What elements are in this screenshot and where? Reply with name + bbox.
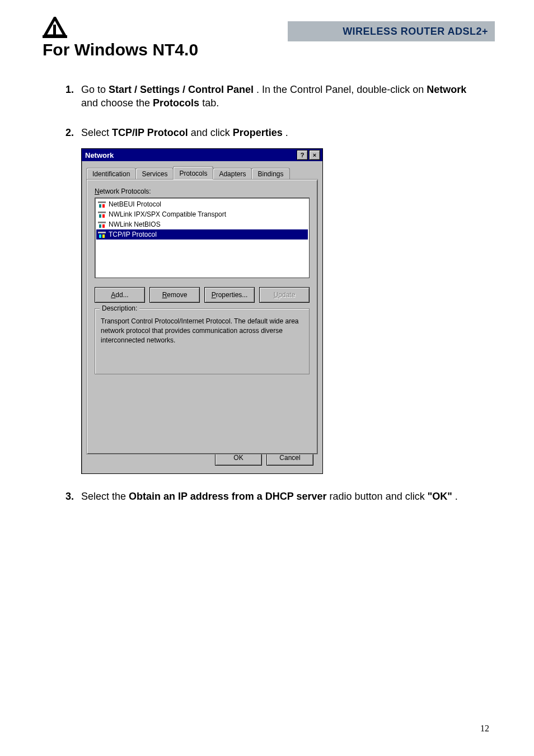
button-row: Add... Remove Properties... Update [95, 287, 310, 303]
header-band: WIRELESS ROUTER ADSL2+ [288, 21, 495, 41]
update-button[interactable]: Update [259, 287, 310, 303]
step-3-bold-2: "OK" [428, 491, 452, 502]
protocol-icon [97, 230, 106, 239]
description-text: Transport Control Protocol/Internet Prot… [101, 317, 303, 345]
svg-rect-2 [53, 25, 56, 36]
dialog-titlebar[interactable]: Network ? × [82, 149, 322, 161]
svg-rect-7 [99, 214, 101, 218]
help-button[interactable]: ? [297, 150, 308, 160]
tab-identification[interactable]: Identification [86, 168, 136, 179]
step-2-bold-2: Properties [233, 127, 283, 138]
svg-rect-12 [98, 232, 106, 233]
step-3-number: 3. [65, 490, 74, 503]
step-3: 3. Select the Obtain an IP address from … [81, 490, 472, 503]
step-3-text-3: . [455, 491, 458, 502]
step-1-text-4: tab. [202, 97, 219, 109]
properties-button[interactable]: Properties... [204, 287, 255, 303]
svg-rect-8 [102, 214, 105, 218]
tab-adapters[interactable]: Adapters [213, 168, 252, 179]
list-item-selected[interactable]: TCP/IP Protocol [96, 229, 308, 240]
description-group: Description: Transport Control Protocol/… [95, 308, 310, 374]
step-3-text-2: radio button and click [330, 491, 428, 502]
svg-rect-10 [99, 224, 101, 228]
protocols-listbox[interactable]: NetBEUI Protocol NWLink IPX/SPX Compatib… [95, 198, 310, 278]
svg-rect-14 [102, 234, 105, 238]
protocol-icon [97, 220, 106, 229]
step-2-text-3: . [285, 127, 288, 138]
svg-rect-13 [99, 234, 101, 238]
svg-rect-9 [98, 222, 106, 223]
tab-row: Identification Services Protocols Adapte… [86, 166, 318, 179]
page-number: 12 [480, 724, 489, 734]
step-3-bold-1: Obtain an IP address from a DHCP server [129, 491, 326, 502]
label-underline: N [95, 187, 100, 195]
logo-icon [43, 17, 67, 41]
step-2-number: 2. [65, 126, 74, 139]
step-1-bold-2: Network [427, 84, 466, 95]
protocol-icon [97, 200, 106, 209]
svg-rect-5 [102, 204, 105, 208]
protocol-icon [97, 210, 106, 219]
svg-rect-6 [98, 212, 106, 213]
step-1-number: 1. [65, 83, 74, 96]
svg-rect-11 [102, 224, 105, 228]
product-name: WIRELESS ROUTER ADSL2+ [343, 26, 488, 37]
tab-protocols[interactable]: Protocols [173, 166, 213, 180]
step-2: 2. Select TCP/IP Protocol and click Prop… [81, 126, 472, 139]
tab-services[interactable]: Services [135, 168, 174, 179]
network-protocols-label: Network Protocols: [95, 187, 310, 195]
step-2-bold-1: TCP/IP Protocol [112, 127, 188, 138]
step-1: 1. Go to Start / Settings / Control Pane… [81, 83, 472, 110]
remove-button[interactable]: Remove [149, 287, 200, 303]
step-1-text-2: . In the Control Panel, double-click on [256, 84, 427, 95]
tab-panel: Network Protocols: NetBEUI Protocol NWLi… [86, 179, 318, 454]
svg-rect-3 [98, 201, 106, 203]
step-2-text-1: Select [81, 127, 112, 138]
step-1-text-1: Go to [81, 84, 109, 95]
add-button[interactable]: Add... [95, 287, 145, 303]
svg-rect-4 [99, 204, 101, 208]
label-rest: etwork Protocols: [100, 187, 151, 195]
dialog-title: Network [85, 151, 114, 159]
step-1-text-3: and choose the [81, 97, 153, 109]
step-3-text-1: Select the [81, 491, 129, 502]
network-dialog: Network ? × Identification Services Prot… [81, 148, 323, 474]
list-item-label: TCP/IP Protocol [109, 231, 157, 238]
list-item[interactable]: NWLink NetBIOS [96, 219, 308, 229]
page-title: For Windows NT4.0 [43, 40, 198, 59]
list-item-label: NWLink NetBIOS [109, 220, 161, 228]
close-button[interactable]: × [309, 150, 320, 160]
list-item-label: NWLink IPX/SPX Compatible Transport [109, 210, 226, 218]
list-item-label: NetBEUI Protocol [109, 200, 161, 208]
list-item[interactable]: NWLink IPX/SPX Compatible Transport [96, 209, 308, 219]
step-1-bold-1: Start / Settings / Control Panel [109, 84, 254, 95]
description-label: Description: [100, 304, 139, 312]
step-2-text-2: and click [191, 127, 233, 138]
tab-bindings[interactable]: Bindings [251, 168, 289, 179]
step-1-bold-3: Protocols [153, 97, 199, 109]
list-item[interactable]: NetBEUI Protocol [96, 199, 308, 209]
